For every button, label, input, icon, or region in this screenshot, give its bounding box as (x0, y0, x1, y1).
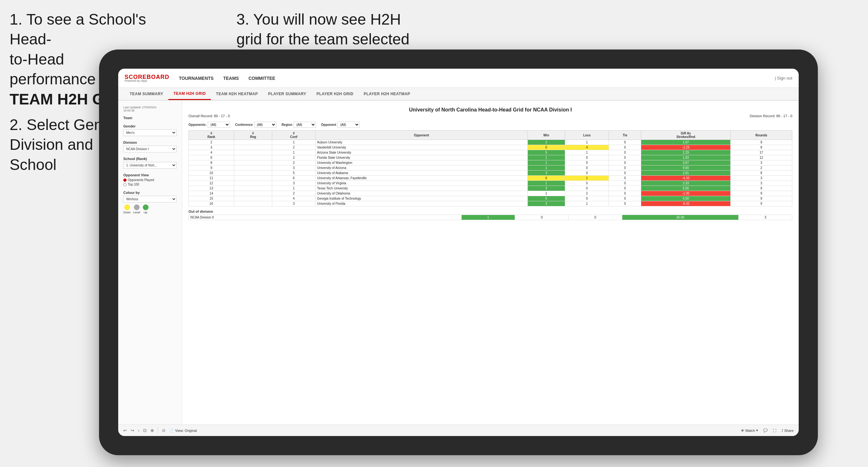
cell-loss: 0 (565, 186, 609, 191)
radio-top100[interactable]: Top 100 (123, 183, 177, 186)
tab-team-h2h-grid[interactable]: TEAM H2H GRID (168, 88, 211, 100)
radio-opponents-played[interactable]: Opponents Played (123, 178, 177, 182)
cell-win: 5 (527, 150, 565, 155)
plus-icon[interactable]: ⊕ (151, 428, 154, 433)
nav-teams[interactable]: TEAMS (223, 74, 239, 82)
watch-button[interactable]: 👁 Watch ▾ (741, 428, 758, 433)
cell-rank: 11 (189, 176, 234, 181)
cell-win: 3 (527, 170, 565, 176)
cell-tie: 0 (609, 140, 641, 145)
cell-tie: 0 (609, 170, 641, 176)
sign-out-link[interactable]: | Sign out (775, 76, 792, 81)
legend-level: Level (133, 205, 140, 214)
cell-opponent: University of Arizona (315, 165, 527, 170)
share-button[interactable]: ⤴ Share (781, 429, 794, 433)
cell-tie: 0 (609, 201, 641, 206)
cell-tie: 0 (609, 145, 641, 150)
cell-opponent: Arizona State University (315, 150, 527, 155)
h2h-table: #Rank #Reg #Conf Opponent Win Loss Tie D… (188, 130, 792, 206)
ann1-line1: 1. To see a School's Head- (9, 11, 146, 48)
bottom-toolbar: ↩ ↪ ‹ ⊡ ⊕ ⊙ 📄 View: Original 👁 Watch ▾ 💬… (118, 425, 799, 436)
nav-committee[interactable]: COMMITTEE (249, 74, 275, 82)
ood-win: 1 (461, 215, 515, 220)
cell-tie: 0 (609, 150, 641, 155)
undo-icon[interactable]: ↩ (123, 428, 127, 433)
clock-icon[interactable]: ⊙ (162, 428, 165, 433)
th-opponent: Opponent (315, 131, 527, 140)
school-select[interactable]: 1. University of Nort... (123, 162, 177, 169)
cell-conf: 5 (272, 170, 315, 176)
overall-record: Overall Record: 89 - 17 - 0 (188, 114, 230, 118)
cell-diff: 4.50 (641, 196, 731, 201)
cell-loss: 1 (565, 140, 609, 145)
view-original: 📄 View: Original (169, 428, 197, 433)
nav-tournaments[interactable]: TOURNAMENTS (179, 74, 214, 82)
cell-conf: 2 (272, 155, 315, 160)
opponent-radio-group: Opponents Played Top 100 (123, 178, 177, 186)
table-row: 10 5 University of Alabama 3 0 0 2.61 8 (189, 170, 792, 176)
tab-player-h2h-grid[interactable]: PLAYER H2H GRID (311, 88, 359, 100)
th-win: Win (527, 131, 565, 140)
ood-rounds: 3 (739, 215, 792, 220)
cell-opponent: University of Arkansas, Fayetteville (315, 176, 527, 181)
cell-rounds: 9 (731, 186, 792, 191)
opponent-filter: Opponent (All) (321, 122, 360, 128)
out-of-division-label: Out of division (188, 210, 792, 213)
present-button[interactable]: ⛶ (773, 429, 776, 433)
conference-select[interactable]: (All) (254, 122, 276, 128)
cell-reg (234, 140, 272, 145)
cell-reg (234, 186, 272, 191)
cell-win: 1 (527, 155, 565, 160)
division-select[interactable]: NCAA Division I (123, 146, 177, 152)
cell-win: 3 (527, 201, 565, 206)
cell-diff: 5.56 (641, 186, 731, 191)
gender-section: Gender Men's (123, 124, 177, 136)
opponent-view-section: Opponent View Opponents Played Top 100 (123, 173, 177, 186)
table-row: 12 3 University of Virginia 1 0 0 2.33 3 (189, 181, 792, 186)
cell-reg (234, 165, 272, 170)
cell-rounds: 9 (731, 191, 792, 196)
th-rank: #Rank (189, 131, 234, 140)
nav-prev-icon[interactable]: ‹ (138, 428, 139, 433)
tab-player-summary[interactable]: PLAYER SUMMARY (263, 88, 311, 100)
cell-win: 1 (527, 191, 565, 196)
colour-by-select[interactable]: Win/loss (123, 196, 177, 203)
cell-conf: 1 (272, 150, 315, 155)
opponents-filter: Opponents: (All) (188, 122, 230, 128)
comment-button[interactable]: 💬 (763, 428, 768, 433)
th-tie: Tie (609, 131, 641, 140)
opponents-select[interactable]: (All) (208, 122, 230, 128)
ann2-line2: Division and (9, 136, 93, 153)
cell-tie: 0 (609, 186, 641, 191)
redo-icon[interactable]: ↪ (131, 428, 134, 433)
cell-rounds: 9 (731, 196, 792, 201)
ood-loss: 0 (515, 215, 569, 220)
team-section: Team (123, 116, 177, 120)
th-conf: #Conf (272, 131, 315, 140)
cell-conf: 2 (272, 160, 315, 165)
crop-icon[interactable]: ⊡ (143, 428, 147, 433)
table-header-row: #Rank #Reg #Conf Opponent Win Loss Tie D… (189, 131, 792, 140)
division-label: Division (123, 141, 177, 145)
cell-opponent: Georgia Institute of Technology (315, 196, 527, 201)
cell-diff: 2.33 (641, 181, 731, 186)
cell-opponent: University of Florida (315, 201, 527, 206)
tab-player-h2h-heatmap[interactable]: PLAYER H2H HEATMAP (359, 88, 415, 100)
region-select[interactable]: (All) (293, 122, 316, 128)
out-of-division-row: NCAA Division II 1 0 0 26.00 3 (189, 215, 792, 220)
tab-team-h2h-heatmap[interactable]: TEAM H2H HEATMAP (211, 88, 263, 100)
division-record: Division Record: 88 - 17 - 0 (750, 114, 792, 118)
gender-select[interactable]: Men's (123, 129, 177, 136)
cell-win: 0 (527, 176, 565, 181)
logo-area: SCOREBOARD Powered by clippi (125, 74, 169, 83)
th-reg: #Reg (234, 131, 272, 140)
table-row: 11 6 University of Arkansas, Fayettevill… (189, 176, 792, 181)
cell-rounds: 9 (731, 140, 792, 145)
legend-down-circle (124, 205, 130, 210)
cell-rank: 13 (189, 186, 234, 191)
opponent-select[interactable]: (All) (337, 122, 360, 128)
main-content: Last Updated: 27/03/202416:55:38 Team Ge… (118, 101, 799, 425)
cell-rank: 8 (189, 160, 234, 165)
tab-team-summary[interactable]: TEAM SUMMARY (125, 88, 168, 100)
cell-win: 1 (527, 160, 565, 165)
